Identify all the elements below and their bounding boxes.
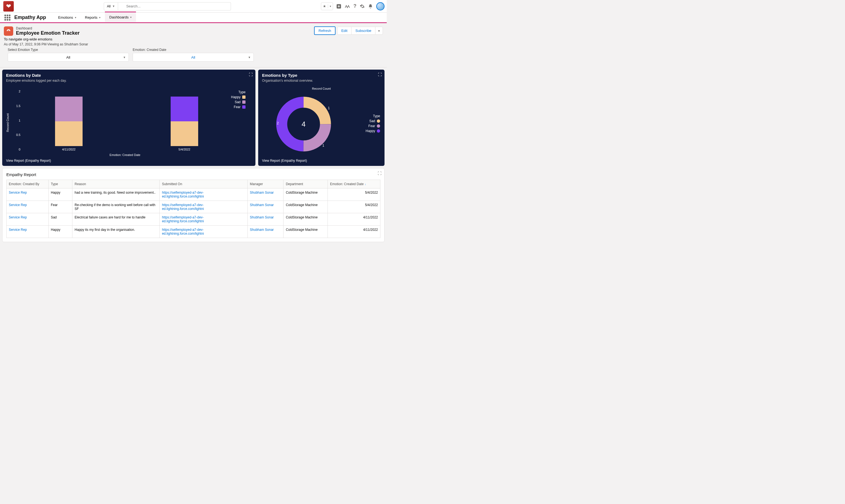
chevron-down-icon: ▾ <box>130 16 131 19</box>
star-icon: ★ <box>321 4 328 8</box>
cell-department: ColdStorage Machine <box>283 188 328 201</box>
legend-label: Happy <box>366 129 375 133</box>
dashboard-body: ⛶ Emotions by Date Employee emotions log… <box>0 67 387 244</box>
refresh-button[interactable]: Refresh <box>314 26 336 35</box>
legend-item: Happy <box>366 129 380 133</box>
nav-item-dashboards[interactable]: Dashboards▾ <box>105 12 136 22</box>
table-header[interactable]: Emotion: Created By <box>6 180 49 188</box>
app-launcher-icon[interactable] <box>4 15 11 21</box>
bar-chart <box>22 90 228 146</box>
dashboard-icon <box>4 26 13 36</box>
table-header-row: Emotion: Created ByTypeReasonSubmitted O… <box>6 180 381 188</box>
bar-segment-sad <box>55 96 83 121</box>
filter-row: Select Emotion Type All ▼ Emotion: Creat… <box>4 46 383 65</box>
cell-department: ColdStorage Machine <box>283 226 328 238</box>
chevron-down-icon: ▼ <box>248 56 251 59</box>
chevron-down-icon: ▼ <box>112 5 115 8</box>
donut-seg-label-happy: 2 <box>277 121 279 125</box>
cell-created-date: 4/11/2022 <box>328 213 381 226</box>
more-actions-button[interactable]: ▼ <box>375 27 383 35</box>
manager-link[interactable]: Shubham Sonar <box>250 228 274 232</box>
card-title: Emotions by Type <box>262 73 381 77</box>
org-logo: ❤ <box>3 1 14 12</box>
legend-label: Sad <box>369 119 375 123</box>
donut-seg-label-sad: 1 <box>328 106 330 110</box>
created-by-link[interactable]: Service Rep <box>9 228 27 232</box>
salesforce-help-icon[interactable] <box>345 4 350 8</box>
table-header[interactable]: Type <box>49 180 72 188</box>
manager-link[interactable]: Shubham Sonar <box>250 191 274 195</box>
cell-reason: Electrical failure cases are hard for me… <box>72 213 160 226</box>
table-header[interactable]: Department <box>283 180 328 188</box>
cell-type: Fear <box>49 201 72 213</box>
legend-swatch <box>242 105 246 109</box>
expand-icon[interactable]: ⛶ <box>249 72 253 77</box>
table-header[interactable]: Emotion: Created Date↓ <box>328 180 381 188</box>
expand-icon[interactable]: ⛶ <box>377 171 382 176</box>
legend-label: Happy <box>231 95 241 99</box>
table-header[interactable]: Submitted On <box>160 180 247 188</box>
filter-emotion-type-select[interactable]: All ▼ <box>8 53 129 61</box>
help-icon[interactable]: ? <box>353 3 356 9</box>
stacked-bar <box>171 96 198 146</box>
cell-reason: Happy its my first day in the organisati… <box>72 226 160 238</box>
stacked-bar <box>55 96 83 146</box>
search-scope-label: All <box>107 4 110 8</box>
app-name: Empathy App <box>14 15 46 20</box>
cell-reason: Re-checking if the demo is working well … <box>72 201 160 213</box>
nav-item-label: Dashboards <box>109 15 128 19</box>
report-table: Emotion: Created ByTypeReasonSubmitted O… <box>6 180 381 238</box>
created-by-link[interactable]: Service Rep <box>9 191 27 195</box>
page-subtitle: To navigate org-wide emotions <box>4 37 383 41</box>
submitted-on-link[interactable]: https://selfemployed-a7-dev-ed.lightning… <box>162 191 204 198</box>
table-row: Service Rep Happy Happy its my first day… <box>6 226 381 238</box>
legend-header: Type <box>366 114 380 118</box>
cell-reason: had a new training, its good. Need some … <box>72 188 160 201</box>
nav-item-emotions[interactable]: Emotions▾ <box>54 12 81 23</box>
legend-header: Type <box>228 90 246 94</box>
nav-item-reports[interactable]: Reports▾ <box>81 12 105 23</box>
legend-swatch <box>377 124 380 128</box>
setup-gear-icon[interactable] <box>360 4 365 9</box>
legend-swatch <box>242 95 246 99</box>
filter-emotion-type-value: All <box>66 55 70 59</box>
bar-chart-legend: Type HappySadFear <box>228 89 250 157</box>
table-header[interactable]: Manager <box>247 180 283 188</box>
expand-icon[interactable]: ⛶ <box>378 72 382 77</box>
manager-link[interactable]: Shubham Sonar <box>250 203 274 207</box>
favorites-button[interactable]: ★▾ <box>321 2 333 10</box>
bar-segment-happy <box>55 121 83 146</box>
submitted-on-link[interactable]: https://selfemployed-a7-dev-ed.lightning… <box>162 228 204 235</box>
card-emotions-by-type: ⛶ Emotions by Type Organisation's emotio… <box>258 70 385 166</box>
table-header[interactable]: Reason <box>72 180 160 188</box>
edit-button[interactable]: Edit <box>337 27 351 35</box>
view-report-link[interactable]: View Report (Empathy Report) <box>2 157 256 166</box>
table-row: Service Rep Happy had a new training, it… <box>6 188 381 201</box>
donut-legend: Type SadFearHappy <box>366 114 385 134</box>
manager-link[interactable]: Shubham Sonar <box>250 215 274 219</box>
view-report-link[interactable]: View Report (Empathy Report) <box>258 157 385 166</box>
search-input[interactable] <box>118 2 231 11</box>
cell-created-date: 5/4/2022 <box>328 188 381 201</box>
table-row: Service Rep Sad Electrical failure cases… <box>6 213 381 226</box>
add-button[interactable] <box>336 4 341 9</box>
page-kind: Dashboard <box>16 26 80 30</box>
global-search: All ▼ <box>104 2 231 11</box>
created-by-link[interactable]: Service Rep <box>9 203 27 207</box>
created-by-link[interactable]: Service Rep <box>9 215 27 219</box>
card-subtitle: Employee emotions logged per each day. <box>6 79 251 83</box>
legend-label: Fear <box>234 105 241 109</box>
filter-created-date-select[interactable]: All ▼ <box>133 53 254 61</box>
submitted-on-link[interactable]: https://selfemployed-a7-dev-ed.lightning… <box>162 215 204 223</box>
submitted-on-link[interactable]: https://selfemployed-a7-dev-ed.lightning… <box>162 203 204 211</box>
notifications-bell-icon[interactable] <box>368 4 373 9</box>
y-axis-ticks: 21.510.50 <box>11 89 22 157</box>
search-scope-dropdown[interactable]: All ▼ <box>104 2 118 11</box>
donut-center-value: 4 <box>302 120 305 128</box>
card-emotions-by-date: ⛶ Emotions by Date Employee emotions log… <box>2 70 256 166</box>
x-tick-label: 5/4/2022 <box>171 148 198 151</box>
user-avatar[interactable] <box>376 2 385 11</box>
subscribe-button[interactable]: Subscribe <box>351 27 375 35</box>
card-empathy-report: ⛶ Empathy Report Emotion: Created ByType… <box>2 168 385 242</box>
cell-department: ColdStorage Machine <box>283 201 328 213</box>
